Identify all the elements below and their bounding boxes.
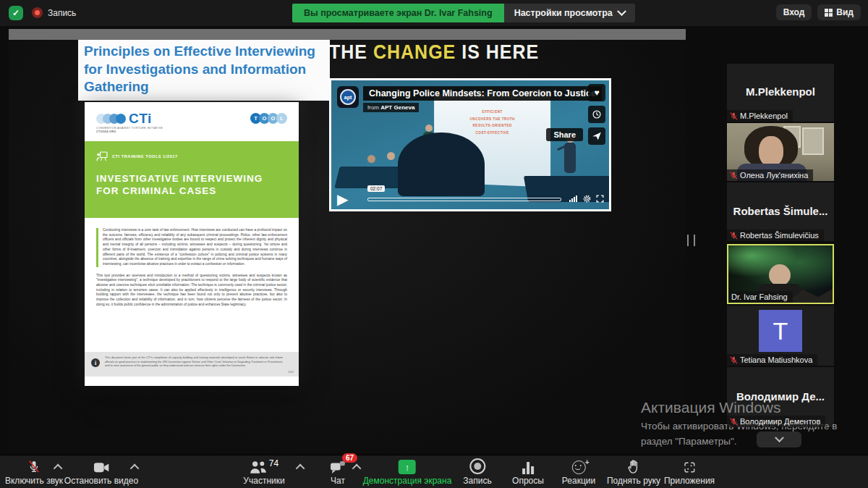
share-label[interactable]: Share	[546, 128, 583, 141]
polls-label: Опросы	[512, 476, 544, 486]
doc-footer: i This document forms part of the CTI's …	[85, 352, 299, 376]
collapse-participants-button[interactable]	[757, 432, 801, 447]
reactions-label: Реакции	[562, 476, 595, 486]
chat-icon	[330, 460, 346, 474]
slide-title-text: Principles on Effective Interviewing for…	[84, 43, 324, 96]
raise-hand-label: Поднять руку	[607, 476, 660, 486]
meeting-topbar: ✓ Запись Вы просматриваете экран Dr. Iva…	[0, 0, 868, 26]
participant-center-name: M.Plekkenpol	[727, 85, 834, 98]
video-slide-text: EFFICIENT UNCOVERS THE TRUTH RESULTS-ORI…	[434, 109, 550, 137]
unmute-button[interactable]: Включить звук	[5, 458, 63, 486]
cti-logo: CTi	[96, 111, 152, 127]
record-icon	[469, 458, 485, 474]
login-button[interactable]: Вход	[776, 4, 812, 20]
embedded-video-card: EFFICIENT UNCOVERS THE TRUTH RESULTS-ORI…	[329, 78, 611, 211]
participant-label: Tetiana Matiushkova	[727, 354, 817, 366]
video-title: Changing Police Mindsets: From Coercion …	[363, 86, 602, 101]
participants-button[interactable]: 74 Участники	[243, 458, 284, 486]
participants-count: 74	[269, 458, 278, 468]
security-shield-icon[interactable]: ✓	[9, 6, 23, 20]
mic-muted-icon	[730, 172, 738, 180]
meeting-toolbar: Включить звук Остановить видео 74 Участн…	[0, 455, 868, 488]
participants-icon	[250, 460, 267, 474]
participant-tile[interactable]: T Tetiana Matiushkova	[727, 306, 834, 366]
record-button[interactable]: Запись	[463, 458, 491, 486]
participant-tile[interactable]: Володимир Де... Володимир Дементов	[727, 367, 834, 427]
doc-paragraph-1: Conducting interviews is a core task of …	[96, 228, 287, 267]
video-progress-bar[interactable]	[367, 198, 561, 201]
doc-footer-note: This document forms part of the CTI's co…	[105, 356, 283, 369]
chat-label: Чат	[331, 476, 345, 486]
video-scene-person	[367, 155, 375, 163]
participant-label: Олена Лук'янихіна	[727, 169, 813, 181]
chat-options-chevron[interactable]	[352, 464, 362, 474]
unmute-label: Включить звук	[5, 476, 63, 486]
trainer-flipchart-icon	[96, 151, 108, 162]
reactions-button[interactable]: + Реакции	[562, 458, 595, 486]
participant-label: Володимир Дементов	[727, 416, 825, 427]
recording-label: Запись	[48, 8, 76, 18]
doc-series-label: CTI TRAINING TOOLS 1/2017	[112, 154, 178, 159]
watch-later-button[interactable]	[588, 106, 605, 123]
participants-options-chevron[interactable]	[296, 464, 305, 474]
shared-screen-top-strip	[9, 29, 686, 40]
chevron-down-icon	[775, 433, 784, 442]
recording-indicator-icon	[32, 7, 43, 18]
doc-paragraph-2: This tool provides an overview and intro…	[96, 274, 287, 308]
reactions-smiley-icon: +	[571, 460, 585, 474]
video-timestamp: 02:07	[367, 185, 385, 192]
play-button[interactable]: ▶	[337, 192, 348, 206]
avatar: T	[759, 310, 802, 352]
participants-label: Участники	[243, 476, 284, 486]
apps-label: Приложения	[664, 476, 715, 486]
record-label: Запись	[463, 476, 491, 486]
apps-button[interactable]: Приложения	[664, 458, 715, 486]
view-label: Вид	[836, 7, 854, 17]
video-scene-foreground-person	[398, 132, 485, 196]
participant-label: Robertas Šimulevičius	[727, 230, 824, 241]
chevron-down-icon	[617, 7, 626, 16]
cti-document-page: CTi CONVENTION AGAINST TORTURE INITIATIV…	[85, 102, 299, 386]
share-screen-icon: ↑	[399, 460, 416, 474]
highlighted-word: CHANGE	[373, 40, 456, 62]
raise-hand-button[interactable]: Поднять руку	[607, 458, 660, 486]
chat-button[interactable]: 67 Чат	[330, 458, 346, 486]
participant-tile[interactable]: Robertas Šimule... Robertas Šimulevičius	[727, 182, 834, 241]
change-is-here-heading: THE CHANGE IS HERE	[329, 40, 514, 63]
participant-tile[interactable]: M.Plekkenpol M.Plekkenpol	[727, 64, 834, 122]
polls-button[interactable]: Опросы	[512, 458, 544, 486]
view-button[interactable]: Вид	[817, 4, 861, 20]
chat-unread-badge: 67	[342, 453, 357, 463]
stop-video-label: Остановить видео	[64, 476, 138, 486]
cti-logo-text: CTi	[129, 111, 152, 127]
slide-title-block: Principles on Effective Interviewing for…	[78, 40, 330, 101]
video-player[interactable]: EFFICIENT UNCOVERS THE TRUTH RESULTS-ORI…	[331, 80, 609, 209]
participant-tile-active-speaker[interactable]: Dr. Ivar Fahsing	[727, 244, 834, 304]
viewing-screen-banner: Вы просматриваете экран Dr. Ivar Fahsing	[292, 4, 504, 22]
mic-muted-icon	[730, 356, 738, 364]
info-icon: i	[91, 358, 100, 367]
participant-center-name: Володимир Де...	[727, 390, 834, 402]
like-button[interactable]: ♥	[588, 84, 605, 101]
settings-gear-icon[interactable]	[582, 194, 592, 203]
clock-icon	[592, 109, 602, 119]
share-video-button[interactable]	[588, 127, 605, 145]
apt-logo[interactable]: apt	[337, 86, 359, 108]
volume-icon[interactable]	[569, 195, 577, 202]
apps-icon	[683, 460, 697, 474]
grid-view-icon	[825, 9, 833, 17]
tool-badge: TOOL	[252, 113, 287, 124]
participant-center-name: Robertas Šimule...	[727, 204, 834, 216]
raise-hand-icon	[626, 459, 640, 474]
fullscreen-icon[interactable]	[595, 194, 605, 203]
share-screen-button[interactable]: ↑ Демонстрация экрана	[363, 458, 452, 486]
paper-plane-icon	[592, 131, 602, 141]
doc-title: INVESTIGATIVE INTERVIEWING FOR CRIMINAL …	[96, 173, 287, 198]
view-options-dropdown[interactable]: Настройки просмотра	[504, 4, 635, 22]
heart-icon: ♥	[594, 88, 599, 98]
mic-muted-icon	[730, 112, 738, 120]
sidebar-resize-handle[interactable]	[687, 235, 695, 246]
camera-icon	[93, 461, 109, 474]
stop-video-button[interactable]: Остановить видео	[64, 458, 138, 486]
participant-tile[interactable]: Олена Лук'янихіна	[727, 123, 834, 181]
